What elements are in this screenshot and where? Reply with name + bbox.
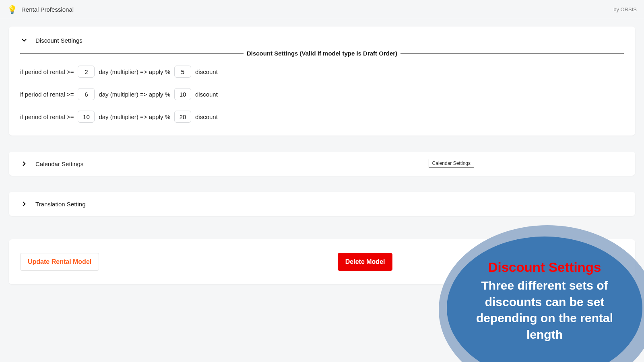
lightbulb-icon: 💡: [7, 6, 17, 14]
update-rental-model-button[interactable]: Update Rental Model: [20, 253, 99, 271]
calendar-tooltip: Calendar Settings: [429, 159, 474, 168]
rule-days-input[interactable]: [78, 111, 95, 123]
chevron-right-icon: [20, 200, 28, 208]
app-title: Rental Professional: [21, 6, 74, 13]
rule-pct-input[interactable]: [174, 88, 191, 100]
delete-model-button[interactable]: Delete Model: [338, 253, 393, 271]
translation-setting-card: Translation Setting: [9, 192, 635, 216]
discount-settings-title: Discount Settings: [35, 37, 83, 44]
rule-prefix: if period of rental >=: [20, 91, 74, 98]
rule-days-input[interactable]: [78, 88, 95, 100]
translation-setting-header[interactable]: Translation Setting: [20, 200, 624, 208]
calendar-settings-title: Calendar Settings: [35, 160, 83, 167]
discount-rule-row: if period of rental >= day (multiplier) …: [20, 88, 624, 100]
rule-days-input[interactable]: [78, 66, 95, 78]
translation-setting-title: Translation Setting: [35, 201, 86, 208]
actions-card: Update Rental Model Delete Model: [9, 239, 635, 284]
rule-mid: day (multiplier) => apply %: [99, 113, 170, 120]
discount-settings-card: Discount Settings Discount Settings (Val…: [9, 27, 635, 136]
discount-settings-header[interactable]: Discount Settings: [20, 36, 624, 44]
rule-suffix: discount: [195, 91, 218, 98]
discount-fieldset: Discount Settings (Valid if model type i…: [20, 50, 624, 126]
chevron-right-icon: [20, 160, 28, 168]
calendar-settings-card: Calendar Settings Calendar Settings: [9, 152, 635, 176]
byline: by ORSIS: [613, 6, 637, 12]
topbar-left: 💡 Rental Professional: [7, 6, 74, 14]
rule-pct-input[interactable]: [174, 66, 191, 78]
discount-rule-row: if period of rental >= day (multiplier) …: [20, 66, 624, 78]
chevron-down-icon: [20, 36, 28, 44]
rule-suffix: discount: [195, 68, 218, 75]
discount-legend: Discount Settings (Valid if model type i…: [244, 50, 400, 57]
rule-suffix: discount: [195, 113, 218, 120]
discount-rule-row: if period of rental >= day (multiplier) …: [20, 111, 624, 123]
calendar-settings-header[interactable]: Calendar Settings: [20, 160, 624, 168]
rule-prefix: if period of rental >=: [20, 113, 74, 120]
rule-mid: day (multiplier) => apply %: [99, 68, 170, 75]
rule-prefix: if period of rental >=: [20, 68, 74, 75]
topbar: 💡 Rental Professional by ORSIS: [0, 0, 644, 19]
rule-pct-input[interactable]: [174, 111, 191, 123]
page-body: Discount Settings Discount Settings (Val…: [0, 19, 644, 308]
rule-mid: day (multiplier) => apply %: [99, 91, 170, 98]
